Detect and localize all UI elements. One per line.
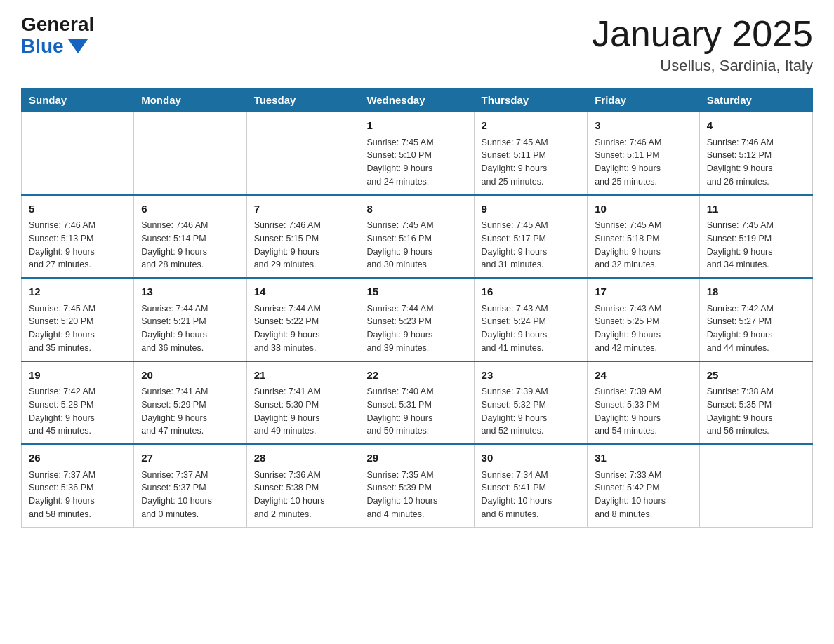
day-number: 13 — [141, 284, 239, 300]
day-number: 2 — [482, 118, 581, 134]
day-info: Sunrise: 7:46 AMSunset: 5:11 PMDaylight:… — [595, 136, 692, 189]
day-number: 25 — [707, 368, 805, 384]
day-info: Sunrise: 7:45 AMSunset: 5:17 PMDaylight:… — [482, 219, 581, 271]
table-row: 17Sunrise: 7:43 AMSunset: 5:25 PMDayligh… — [588, 278, 700, 361]
col-tuesday: Tuesday — [246, 88, 359, 112]
table-row: 18Sunrise: 7:42 AMSunset: 5:27 PMDayligh… — [699, 278, 812, 361]
day-number: 23 — [482, 368, 581, 384]
day-number: 31 — [595, 450, 692, 467]
day-info: Sunrise: 7:43 AMSunset: 5:24 PMDaylight:… — [482, 302, 581, 355]
day-info: Sunrise: 7:34 AMSunset: 5:41 PMDaylight:… — [482, 469, 581, 521]
table-row: 8Sunrise: 7:45 AMSunset: 5:16 PMDaylight… — [359, 195, 474, 279]
day-number: 29 — [366, 450, 466, 467]
table-row: 6Sunrise: 7:46 AMSunset: 5:14 PMDaylight… — [134, 195, 246, 279]
day-number: 20 — [141, 368, 239, 384]
calendar-week-row: 12Sunrise: 7:45 AMSunset: 5:20 PMDayligh… — [22, 278, 813, 361]
col-saturday: Saturday — [699, 88, 812, 112]
day-info: Sunrise: 7:40 AMSunset: 5:31 PMDaylight:… — [366, 385, 466, 438]
day-info: Sunrise: 7:44 AMSunset: 5:23 PMDaylight:… — [366, 302, 466, 355]
day-info: Sunrise: 7:42 AMSunset: 5:28 PMDaylight:… — [29, 385, 126, 438]
table-row: 30Sunrise: 7:34 AMSunset: 5:41 PMDayligh… — [474, 444, 588, 527]
table-row: 11Sunrise: 7:45 AMSunset: 5:19 PMDayligh… — [699, 195, 812, 279]
col-wednesday: Wednesday — [359, 88, 474, 112]
day-number: 7 — [254, 201, 352, 217]
table-row: 1Sunrise: 7:45 AMSunset: 5:10 PMDaylight… — [359, 112, 474, 195]
table-row: 4Sunrise: 7:46 AMSunset: 5:12 PMDaylight… — [699, 112, 812, 195]
table-row: 19Sunrise: 7:42 AMSunset: 5:28 PMDayligh… — [22, 361, 134, 445]
table-row: 26Sunrise: 7:37 AMSunset: 5:36 PMDayligh… — [22, 444, 134, 527]
day-number: 5 — [29, 201, 126, 217]
table-row: 31Sunrise: 7:33 AMSunset: 5:42 PMDayligh… — [588, 444, 700, 527]
day-number: 12 — [29, 284, 126, 300]
day-info: Sunrise: 7:39 AMSunset: 5:33 PMDaylight:… — [595, 385, 692, 438]
day-number: 8 — [366, 201, 466, 217]
table-row: 25Sunrise: 7:38 AMSunset: 5:35 PMDayligh… — [699, 361, 812, 445]
day-info: Sunrise: 7:45 AMSunset: 5:10 PMDaylight:… — [366, 136, 466, 189]
day-info: Sunrise: 7:45 AMSunset: 5:20 PMDaylight:… — [29, 302, 126, 355]
day-info: Sunrise: 7:35 AMSunset: 5:39 PMDaylight:… — [366, 469, 466, 521]
logo: General Blue — [21, 14, 94, 58]
col-friday: Friday — [588, 88, 700, 112]
day-number: 21 — [254, 368, 352, 384]
day-number: 16 — [482, 284, 581, 300]
table-row — [246, 112, 359, 195]
title-block: January 2025 Usellus, Sardinia, Italy — [592, 14, 813, 75]
table-row: 5Sunrise: 7:46 AMSunset: 5:13 PMDaylight… — [22, 195, 134, 279]
table-row: 9Sunrise: 7:45 AMSunset: 5:17 PMDaylight… — [474, 195, 588, 279]
table-row: 10Sunrise: 7:45 AMSunset: 5:18 PMDayligh… — [588, 195, 700, 279]
day-info: Sunrise: 7:46 AMSunset: 5:13 PMDaylight:… — [29, 219, 126, 271]
day-info: Sunrise: 7:33 AMSunset: 5:42 PMDaylight:… — [595, 469, 692, 521]
day-number: 6 — [141, 201, 239, 217]
day-number: 15 — [366, 284, 466, 300]
calendar-header-row: Sunday Monday Tuesday Wednesday Thursday… — [22, 88, 813, 112]
day-number: 14 — [254, 284, 352, 300]
day-number: 22 — [366, 368, 466, 384]
day-info: Sunrise: 7:37 AMSunset: 5:36 PMDaylight:… — [29, 469, 126, 521]
table-row: 22Sunrise: 7:40 AMSunset: 5:31 PMDayligh… — [359, 361, 474, 445]
calendar-table: Sunday Monday Tuesday Wednesday Thursday… — [21, 88, 813, 528]
col-sunday: Sunday — [22, 88, 134, 112]
table-row: 12Sunrise: 7:45 AMSunset: 5:20 PMDayligh… — [22, 278, 134, 361]
calendar-week-row: 5Sunrise: 7:46 AMSunset: 5:13 PMDaylight… — [22, 195, 813, 279]
calendar-week-row: 26Sunrise: 7:37 AMSunset: 5:36 PMDayligh… — [22, 444, 813, 527]
day-info: Sunrise: 7:45 AMSunset: 5:11 PMDaylight:… — [482, 136, 581, 189]
logo-general-text: General — [21, 14, 94, 36]
table-row: 2Sunrise: 7:45 AMSunset: 5:11 PMDaylight… — [474, 112, 588, 195]
day-number: 27 — [141, 450, 239, 467]
logo-triangle-icon — [68, 39, 88, 53]
day-info: Sunrise: 7:37 AMSunset: 5:37 PMDaylight:… — [141, 469, 239, 521]
table-row: 15Sunrise: 7:44 AMSunset: 5:23 PMDayligh… — [359, 278, 474, 361]
table-row: 21Sunrise: 7:41 AMSunset: 5:30 PMDayligh… — [246, 361, 359, 445]
day-info: Sunrise: 7:39 AMSunset: 5:32 PMDaylight:… — [482, 385, 581, 438]
col-thursday: Thursday — [474, 88, 588, 112]
table-row — [22, 112, 134, 195]
col-monday: Monday — [134, 88, 246, 112]
day-number: 1 — [366, 118, 466, 134]
calendar-title: January 2025 — [592, 14, 813, 54]
table-row: 16Sunrise: 7:43 AMSunset: 5:24 PMDayligh… — [474, 278, 588, 361]
day-info: Sunrise: 7:44 AMSunset: 5:21 PMDaylight:… — [141, 302, 239, 355]
day-number: 3 — [595, 118, 692, 134]
day-number: 18 — [707, 284, 805, 300]
table-row — [134, 112, 246, 195]
day-number: 11 — [707, 201, 805, 217]
day-number: 17 — [595, 284, 692, 300]
table-row: 27Sunrise: 7:37 AMSunset: 5:37 PMDayligh… — [134, 444, 246, 527]
day-info: Sunrise: 7:46 AMSunset: 5:14 PMDaylight:… — [141, 219, 239, 271]
day-info: Sunrise: 7:44 AMSunset: 5:22 PMDaylight:… — [254, 302, 352, 355]
day-info: Sunrise: 7:46 AMSunset: 5:15 PMDaylight:… — [254, 219, 352, 271]
day-info: Sunrise: 7:36 AMSunset: 5:38 PMDaylight:… — [254, 469, 352, 521]
calendar-subtitle: Usellus, Sardinia, Italy — [592, 57, 813, 75]
day-info: Sunrise: 7:42 AMSunset: 5:27 PMDaylight:… — [707, 302, 805, 355]
table-row: 24Sunrise: 7:39 AMSunset: 5:33 PMDayligh… — [588, 361, 700, 445]
table-row: 28Sunrise: 7:36 AMSunset: 5:38 PMDayligh… — [246, 444, 359, 527]
table-row: 14Sunrise: 7:44 AMSunset: 5:22 PMDayligh… — [246, 278, 359, 361]
day-info: Sunrise: 7:45 AMSunset: 5:16 PMDaylight:… — [366, 219, 466, 271]
day-info: Sunrise: 7:45 AMSunset: 5:19 PMDaylight:… — [707, 219, 805, 271]
day-info: Sunrise: 7:41 AMSunset: 5:30 PMDaylight:… — [254, 385, 352, 438]
day-number: 26 — [29, 450, 126, 467]
table-row — [699, 444, 812, 527]
table-row: 29Sunrise: 7:35 AMSunset: 5:39 PMDayligh… — [359, 444, 474, 527]
table-row: 20Sunrise: 7:41 AMSunset: 5:29 PMDayligh… — [134, 361, 246, 445]
day-number: 10 — [595, 201, 692, 217]
